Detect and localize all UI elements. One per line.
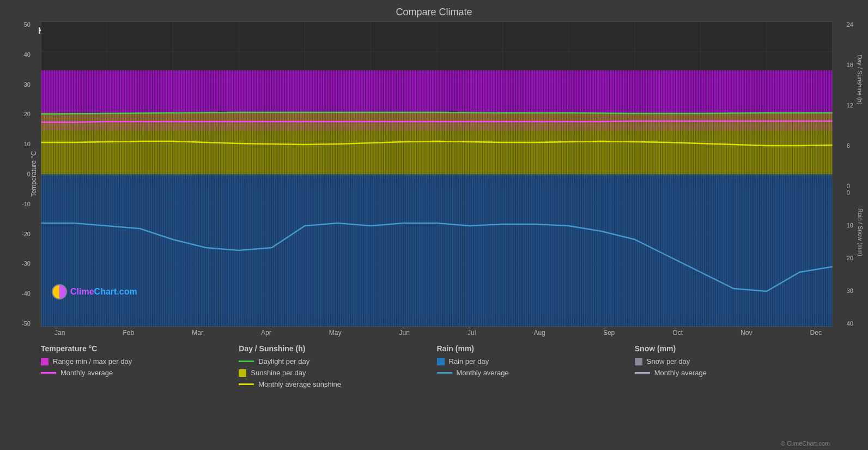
- legend-temp-avg: Monthly average: [41, 369, 239, 377]
- legend-sunshine-title: Day / Sunshine (h): [239, 344, 436, 353]
- legend-rain-avg-line: [437, 372, 452, 374]
- legend-area: Temperature °C Range min / max per day M…: [41, 344, 833, 392]
- legend-temp-range: Range min / max per day: [41, 357, 239, 365]
- x-label-jul: Jul: [468, 329, 476, 337]
- y-axis-right-sunshine: 24 18 12 6 0: [847, 21, 853, 189]
- page-wrapper: Compare Climate Kuala Lumpur Kuala Lumpu…: [0, 0, 868, 450]
- legend-sun-avg: Monthly average sunshine: [239, 380, 436, 388]
- x-label-mar: Mar: [192, 329, 203, 337]
- legend-sun-avg-label: Monthly average sunshine: [258, 380, 341, 388]
- x-label-oct: Oct: [672, 329, 683, 337]
- legend-temp-range-label: Range min / max per day: [53, 357, 132, 365]
- legend-temp-avg-label: Monthly average: [60, 369, 113, 377]
- legend-daylight-label: Daylight per day: [258, 357, 309, 365]
- legend-snow: Snow (mm) Snow per day Monthly average: [635, 344, 833, 392]
- legend-daylight-line: [239, 361, 254, 362]
- x-label-may: May: [329, 329, 342, 337]
- legend-rain-day: Rain per day: [437, 357, 635, 365]
- brand-chart-bottom: Chart: [94, 287, 117, 296]
- legend-sun-day-swatch: [239, 369, 246, 377]
- legend-temperature-title: Temperature °C: [41, 344, 239, 353]
- legend-temp-range-swatch: [41, 358, 48, 365]
- legend-snow-day-label: Snow per day: [647, 357, 690, 365]
- legend-snow-avg-line: [635, 372, 650, 374]
- svg-rect-41: [41, 174, 833, 327]
- legend-snow-title: Snow (mm): [635, 344, 833, 353]
- y-axis-right-sunshine-label: Day / Sunshine (h): [856, 55, 863, 104]
- legend-snow-avg: Monthly average: [635, 369, 833, 377]
- legend-rain-day-label: Rain per day: [449, 357, 489, 365]
- y-axis-left-ticks: 50 40 30 20 10 0 -10 -20 -30 -40 -50: [22, 21, 31, 327]
- x-label-nov: Nov: [740, 329, 752, 337]
- legend-rain-avg: Monthly average: [437, 369, 635, 377]
- x-label-feb: Feb: [123, 329, 134, 337]
- x-label-jan: Jan: [54, 329, 65, 337]
- legend-rain-title: Rain (mm): [437, 344, 635, 353]
- legend-rain-day-swatch: [437, 358, 445, 365]
- x-label-dec: Dec: [810, 329, 822, 337]
- legend-rain-avg-label: Monthly average: [457, 369, 509, 377]
- logo-icon-bottom: [52, 284, 67, 299]
- y-axis-right-rain-label: Rain / Snow (mm): [857, 208, 864, 256]
- brand-clime-bottom: Clime: [70, 287, 94, 296]
- legend-snow-day: Snow per day: [635, 357, 833, 365]
- copyright: © ClimeChart.com: [781, 440, 830, 447]
- legend-snow-day-swatch: [635, 358, 642, 365]
- chart-svg: [41, 21, 833, 327]
- page-title: Compare Climate: [0, 0, 868, 21]
- brand-logo-bottom: ClimeChart.com: [52, 284, 137, 299]
- x-label-apr: Apr: [261, 329, 271, 337]
- legend-sun-day-label: Sunshine per day: [251, 369, 306, 377]
- legend-temp-avg-line: [41, 372, 56, 374]
- legend-sun-avg-line: [239, 383, 254, 385]
- x-label-aug: Aug: [533, 329, 545, 337]
- legend-rain: Rain (mm) Rain per day Monthly average: [437, 344, 635, 392]
- brand-text-bottom: ClimeChart.com: [70, 287, 137, 297]
- legend-snow-avg-label: Monthly average: [654, 369, 707, 377]
- legend-sun-day: Sunshine per day: [239, 369, 436, 377]
- y-axis-left-label: Temperature °C: [30, 151, 38, 197]
- brand-com-bottom: .com: [117, 287, 137, 296]
- x-label-sep: Sep: [603, 329, 615, 337]
- legend-temperature: Temperature °C Range min / max per day M…: [41, 344, 239, 392]
- x-axis-labels: Jan Feb Mar Apr May Jun Jul Aug Sep Oct …: [54, 329, 822, 337]
- y-axis-right-rain: 0 10 20 30 40: [847, 189, 853, 327]
- chart-container: Temperature °C 50 40 30 20 10 0 -10 -20 …: [41, 21, 833, 327]
- legend-sunshine: Day / Sunshine (h) Daylight per day Suns…: [239, 344, 436, 392]
- legend-daylight: Daylight per day: [239, 357, 436, 365]
- x-label-jun: Jun: [399, 329, 410, 337]
